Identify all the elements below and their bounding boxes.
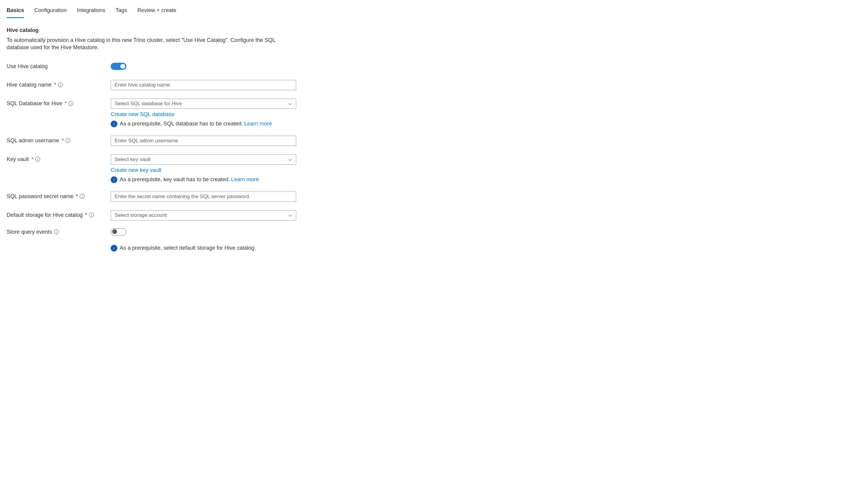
- toggle-knob-icon: [112, 229, 117, 234]
- sql-database-placeholder: Select SQL database for Hive: [115, 101, 182, 107]
- key-vault-placeholder: Select key vault: [115, 157, 151, 163]
- tab-bar: Basics Configuration Integrations Tags R…: [7, 0, 861, 18]
- tab-configuration[interactable]: Configuration: [34, 6, 67, 18]
- store-query-events-toggle[interactable]: [111, 228, 126, 235]
- row-use-hive-catalog: Use Hive catalog: [7, 62, 861, 71]
- key-vault-learn-more-link[interactable]: Learn more: [231, 176, 259, 183]
- use-hive-catalog-label: Use Hive catalog: [7, 63, 48, 70]
- chevron-down-icon: [288, 157, 292, 162]
- row-store-query-events: Store query events As a prerequisite, se…: [7, 227, 861, 252]
- row-sql-secret-name: SQL password secret name *: [7, 192, 861, 202]
- section-title: Hive catalog: [7, 27, 861, 33]
- info-icon[interactable]: [54, 229, 59, 234]
- info-badge-icon: [111, 176, 117, 183]
- toggle-knob-icon: [120, 64, 125, 69]
- default-storage-placeholder: Select storage account: [115, 212, 167, 218]
- row-sql-admin-username: SQL admin username *: [7, 136, 861, 146]
- required-indicator: *: [76, 193, 78, 200]
- use-hive-catalog-toggle[interactable]: [111, 63, 126, 70]
- sql-database-prereq-note: As a prerequisite, SQL database has to b…: [111, 121, 296, 127]
- info-icon[interactable]: [80, 194, 85, 199]
- info-badge-icon: [111, 121, 117, 127]
- row-key-vault: Key vault * Select key vault Create new …: [7, 154, 861, 183]
- sql-admin-username-label: SQL admin username: [7, 137, 59, 144]
- required-indicator: *: [62, 137, 64, 144]
- default-storage-select[interactable]: Select storage account: [111, 210, 296, 221]
- info-icon[interactable]: [58, 82, 63, 87]
- create-key-vault-link[interactable]: Create new key vault: [111, 167, 161, 173]
- key-vault-select[interactable]: Select key vault: [111, 154, 296, 165]
- tab-review-create[interactable]: Review + create: [137, 6, 177, 18]
- create-sql-database-link[interactable]: Create new SQL database: [111, 111, 174, 118]
- chevron-down-icon: [288, 213, 292, 218]
- sql-secret-name-label: SQL password secret name: [7, 193, 73, 200]
- row-sql-database: SQL Database for Hive * Select SQL datab…: [7, 99, 861, 127]
- sql-database-prereq-text: As a prerequisite, SQL database has to b…: [120, 121, 243, 127]
- info-icon[interactable]: [89, 213, 94, 218]
- info-icon[interactable]: [65, 138, 70, 143]
- sql-database-label: SQL Database for Hive: [7, 100, 62, 107]
- row-hive-catalog-name: Hive catalog name *: [7, 80, 861, 90]
- required-indicator: *: [85, 212, 87, 218]
- info-icon[interactable]: [35, 157, 40, 162]
- default-storage-label: Default storage for Hive catalog: [7, 212, 83, 218]
- info-icon[interactable]: [68, 101, 73, 106]
- sql-database-learn-more-link[interactable]: Learn more: [244, 121, 272, 127]
- hive-catalog-name-label: Hive catalog name: [7, 82, 52, 88]
- tab-basics[interactable]: Basics: [7, 6, 24, 18]
- key-vault-prereq-note: As a prerequisite, key vault has to be c…: [111, 176, 296, 183]
- sql-database-select[interactable]: Select SQL database for Hive: [111, 99, 296, 109]
- hive-catalog-name-input[interactable]: [111, 80, 296, 90]
- tab-integrations[interactable]: Integrations: [77, 6, 105, 18]
- tab-tags[interactable]: Tags: [116, 6, 127, 18]
- row-default-storage: Default storage for Hive catalog * Selec…: [7, 210, 861, 221]
- sql-admin-username-input[interactable]: [111, 136, 296, 146]
- section-description: To automatically provision a Hive catalo…: [7, 36, 296, 51]
- info-badge-icon: [111, 245, 117, 252]
- chevron-down-icon: [288, 102, 292, 106]
- store-query-events-label: Store query events: [7, 229, 52, 235]
- required-indicator: *: [65, 100, 67, 107]
- store-events-prereq-note: As a prerequisite, select default storag…: [111, 245, 296, 252]
- required-indicator: *: [31, 156, 33, 163]
- required-indicator: *: [54, 82, 56, 88]
- key-vault-label: Key vault: [7, 156, 29, 163]
- key-vault-prereq-text: As a prerequisite, key vault has to be c…: [120, 176, 230, 183]
- sql-secret-name-input[interactable]: [111, 192, 296, 202]
- store-events-prereq-text: As a prerequisite, select default storag…: [120, 245, 256, 251]
